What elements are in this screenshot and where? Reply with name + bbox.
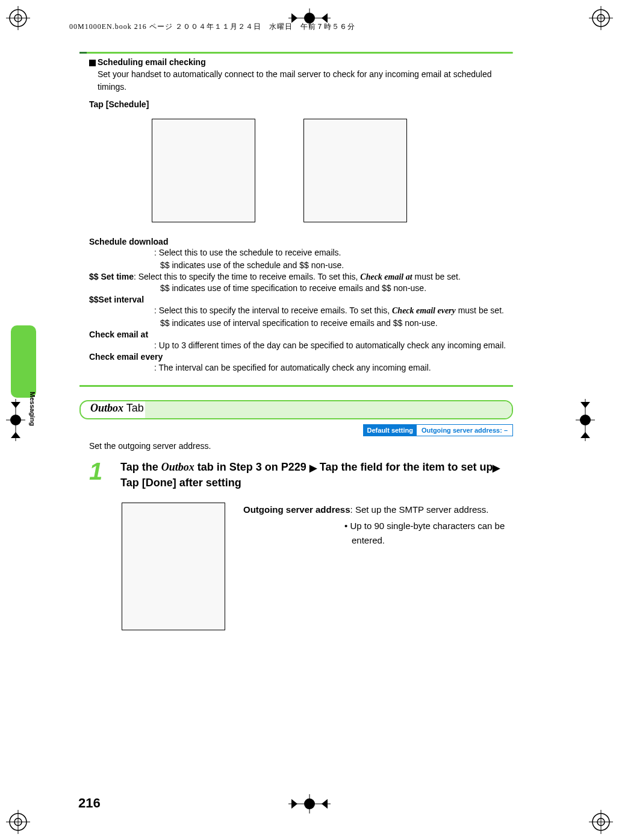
- register-mark-bottom: [288, 792, 331, 834]
- def-check-email-every: : The interval can be specified for auto…: [89, 362, 513, 374]
- scheduling-heading: Scheduling email checking: [79, 57, 513, 67]
- def-set-interval-2: $$ indicates use of interval specificati…: [89, 317, 513, 330]
- register-mark-right: [573, 399, 615, 441]
- crop-mark-top-right: [589, 6, 613, 30]
- scheduling-desc: Set your handset to automatically connec…: [79, 68, 513, 93]
- page-number: 216: [78, 795, 101, 811]
- crop-mark-bottom-left: [6, 810, 30, 834]
- page-content: Scheduling email checking Set your hands…: [79, 52, 513, 630]
- outbox-desc: Set the outgoing server address.: [79, 441, 513, 451]
- def-schedule-download-2: $$ indicates use of the schedule and $$ …: [89, 259, 513, 272]
- source-file-header: 00M1000EN.book 216 ページ ２００４年１１月２４日 水曜日 午…: [69, 22, 355, 32]
- default-setting-value: Outgoing server address: –: [417, 425, 512, 436]
- outbox-heading-italic: Outbox: [90, 402, 123, 414]
- term-outgoing-server: Outgoing server address: [243, 504, 350, 515]
- arrow-icon: ▶: [310, 463, 317, 473]
- def-outgoing-server-1: : Set up the SMTP server address.: [350, 504, 489, 515]
- screenshot-placeholder-1: [152, 119, 255, 222]
- row-set-time: $$ Set time: Select this to specify the …: [89, 272, 513, 282]
- default-setting-chip: Default settingOutgoing server address: …: [363, 424, 513, 436]
- screenshot-placeholder-2: [303, 119, 407, 222]
- def-outgoing-server-2: • Up to 90 single-byte characters can be…: [243, 519, 513, 547]
- section-rule-top: [79, 52, 513, 54]
- term-set-time: $$ Set time: [89, 272, 134, 281]
- term-check-email-every: Check email every: [89, 352, 513, 362]
- tap-schedule-instruction: Tap [Schedule]: [79, 99, 513, 109]
- def-schedule-download-1: : Select this to use the schedule to rec…: [89, 246, 513, 259]
- bullet-square-icon: [89, 60, 96, 66]
- crop-mark-top-left: [6, 6, 30, 30]
- step-1-text: Tap the Outbox tab in Step 3 on P229 ▶ T…: [120, 459, 513, 491]
- outbox-tab-header: Outbox Tab: [79, 400, 513, 418]
- section-rule-bottom: [79, 385, 513, 387]
- arrow-icon: ▶: [493, 463, 500, 473]
- step-number-1: 1: [89, 459, 113, 491]
- def-check-email-at: : Up to 3 different times of the day can…: [89, 339, 513, 352]
- term-check-email-at: Check email at: [89, 330, 513, 339]
- outbox-heading-rest: Tab: [123, 402, 144, 414]
- crop-mark-bottom-right: [589, 810, 613, 834]
- default-setting-label: Default setting: [364, 425, 417, 436]
- term-set-interval: $$Set interval: [89, 295, 513, 304]
- def-set-time-1: : Select this to specify the time to rec…: [134, 272, 461, 281]
- def-set-time-2: $$ indicates use of time specification t…: [89, 282, 513, 295]
- term-schedule-download: Schedule download: [89, 237, 513, 246]
- def-set-interval-1: : Select this to specify the interval to…: [89, 304, 513, 317]
- chapter-tab-label: Messaging: [11, 337, 36, 426]
- screenshot-placeholder-3: [122, 503, 225, 630]
